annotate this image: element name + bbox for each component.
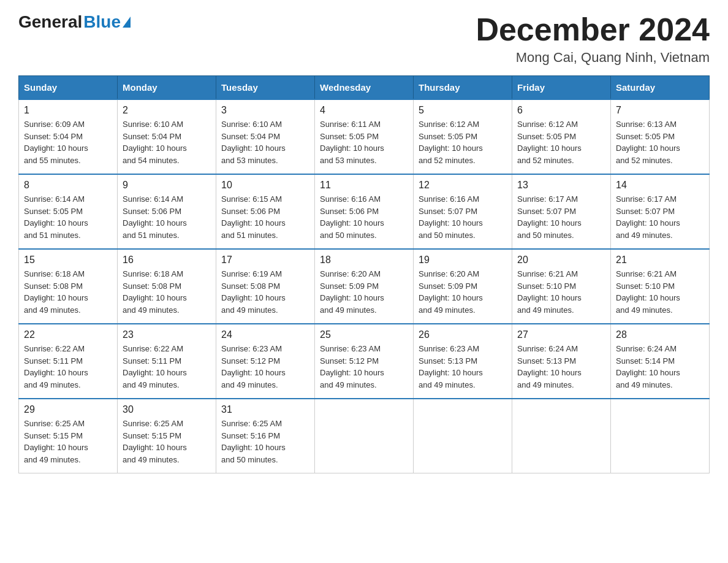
calendar-week-4: 22Sunrise: 6:22 AMSunset: 5:11 PMDayligh… [19, 324, 710, 399]
day-info: Sunrise: 6:18 AMSunset: 5:08 PMDaylight:… [123, 268, 211, 316]
day-info: Sunrise: 6:17 AMSunset: 5:07 PMDaylight:… [517, 193, 605, 241]
day-info: Sunrise: 6:25 AMSunset: 5:16 PMDaylight:… [221, 418, 309, 465]
day-number: 1 [24, 105, 112, 116]
day-info: Sunrise: 6:24 AMSunset: 5:13 PMDaylight:… [517, 343, 605, 391]
calendar-cell: 10Sunrise: 6:15 AMSunset: 5:06 PMDayligh… [216, 174, 315, 249]
calendar-cell: 18Sunrise: 6:20 AMSunset: 5:09 PMDayligh… [315, 249, 414, 324]
calendar-cell: 22Sunrise: 6:22 AMSunset: 5:11 PMDayligh… [19, 324, 118, 399]
day-number: 7 [616, 105, 704, 116]
header: General Blue December 2024 Mong Cai, Qua… [18, 12, 710, 66]
calendar-cell: 8Sunrise: 6:14 AMSunset: 5:05 PMDaylight… [19, 174, 118, 249]
day-info: Sunrise: 6:25 AMSunset: 5:15 PMDaylight:… [24, 418, 112, 465]
day-info: Sunrise: 6:23 AMSunset: 5:12 PMDaylight:… [221, 343, 309, 391]
header-wednesday: Wednesday [315, 76, 414, 100]
day-info: Sunrise: 6:23 AMSunset: 5:12 PMDaylight:… [320, 343, 408, 391]
day-number: 24 [221, 329, 309, 340]
calendar-cell: 1Sunrise: 6:09 AMSunset: 5:04 PMDaylight… [19, 99, 118, 174]
day-number: 6 [517, 105, 605, 116]
day-info: Sunrise: 6:10 AMSunset: 5:04 PMDaylight:… [221, 118, 309, 166]
day-number: 5 [419, 105, 507, 116]
header-tuesday: Tuesday [216, 76, 315, 100]
day-number: 22 [24, 329, 112, 340]
day-info: Sunrise: 6:22 AMSunset: 5:11 PMDaylight:… [24, 343, 112, 391]
calendar-cell: 15Sunrise: 6:18 AMSunset: 5:08 PMDayligh… [19, 249, 118, 324]
day-number: 19 [419, 255, 507, 266]
day-number: 11 [320, 180, 408, 191]
day-number: 8 [24, 180, 112, 191]
calendar-cell: 28Sunrise: 6:24 AMSunset: 5:14 PMDayligh… [611, 324, 710, 399]
day-info: Sunrise: 6:12 AMSunset: 5:05 PMDaylight:… [419, 118, 507, 166]
calendar-cell: 6Sunrise: 6:12 AMSunset: 5:05 PMDaylight… [512, 99, 611, 174]
day-number: 21 [616, 255, 704, 266]
calendar-header-row: SundayMondayTuesdayWednesdayThursdayFrid… [19, 76, 710, 100]
header-friday: Friday [512, 76, 611, 100]
calendar-cell: 14Sunrise: 6:17 AMSunset: 5:07 PMDayligh… [611, 174, 710, 249]
calendar-cell: 4Sunrise: 6:11 AMSunset: 5:05 PMDaylight… [315, 99, 414, 174]
day-number: 13 [517, 180, 605, 191]
calendar-cell: 11Sunrise: 6:16 AMSunset: 5:06 PMDayligh… [315, 174, 414, 249]
day-number: 15 [24, 255, 112, 266]
calendar-cell: 23Sunrise: 6:22 AMSunset: 5:11 PMDayligh… [118, 324, 216, 399]
calendar-cell: 3Sunrise: 6:10 AMSunset: 5:04 PMDaylight… [216, 99, 315, 174]
calendar-cell: 21Sunrise: 6:21 AMSunset: 5:10 PMDayligh… [611, 249, 710, 324]
calendar-cell [414, 399, 512, 473]
day-number: 9 [123, 180, 211, 191]
day-number: 25 [320, 329, 408, 340]
logo-arrow-icon [123, 17, 131, 28]
day-number: 14 [616, 180, 704, 191]
day-info: Sunrise: 6:11 AMSunset: 5:05 PMDaylight:… [320, 118, 408, 166]
calendar-cell: 27Sunrise: 6:24 AMSunset: 5:13 PMDayligh… [512, 324, 611, 399]
day-info: Sunrise: 6:19 AMSunset: 5:08 PMDaylight:… [221, 268, 309, 316]
day-number: 2 [123, 105, 211, 116]
day-info: Sunrise: 6:14 AMSunset: 5:06 PMDaylight:… [123, 193, 211, 241]
day-number: 17 [221, 255, 309, 266]
day-number: 29 [24, 404, 112, 415]
calendar-cell: 24Sunrise: 6:23 AMSunset: 5:12 PMDayligh… [216, 324, 315, 399]
calendar-cell: 2Sunrise: 6:10 AMSunset: 5:04 PMDaylight… [118, 99, 216, 174]
calendar-cell [611, 399, 710, 473]
header-saturday: Saturday [611, 76, 710, 100]
calendar-cell: 30Sunrise: 6:25 AMSunset: 5:15 PMDayligh… [118, 399, 216, 473]
calendar-cell: 16Sunrise: 6:18 AMSunset: 5:08 PMDayligh… [118, 249, 216, 324]
calendar-cell [512, 399, 611, 473]
calendar-cell [315, 399, 414, 473]
calendar-cell: 19Sunrise: 6:20 AMSunset: 5:09 PMDayligh… [414, 249, 512, 324]
day-info: Sunrise: 6:09 AMSunset: 5:04 PMDaylight:… [24, 118, 112, 166]
header-thursday: Thursday [414, 76, 512, 100]
day-info: Sunrise: 6:21 AMSunset: 5:10 PMDaylight:… [517, 268, 605, 316]
calendar-cell: 17Sunrise: 6:19 AMSunset: 5:08 PMDayligh… [216, 249, 315, 324]
day-number: 16 [123, 255, 211, 266]
day-number: 4 [320, 105, 408, 116]
day-info: Sunrise: 6:21 AMSunset: 5:10 PMDaylight:… [616, 268, 704, 316]
day-info: Sunrise: 6:17 AMSunset: 5:07 PMDaylight:… [616, 193, 704, 241]
day-number: 31 [221, 404, 309, 415]
calendar-week-5: 29Sunrise: 6:25 AMSunset: 5:15 PMDayligh… [19, 399, 710, 473]
calendar-cell: 12Sunrise: 6:16 AMSunset: 5:07 PMDayligh… [414, 174, 512, 249]
calendar-cell: 5Sunrise: 6:12 AMSunset: 5:05 PMDaylight… [414, 99, 512, 174]
header-monday: Monday [118, 76, 216, 100]
calendar-cell: 13Sunrise: 6:17 AMSunset: 5:07 PMDayligh… [512, 174, 611, 249]
day-info: Sunrise: 6:15 AMSunset: 5:06 PMDaylight:… [221, 193, 309, 241]
day-number: 23 [123, 329, 211, 340]
logo-blue-text: Blue [83, 12, 121, 32]
day-info: Sunrise: 6:16 AMSunset: 5:07 PMDaylight:… [419, 193, 507, 241]
header-sunday: Sunday [19, 76, 118, 100]
day-number: 28 [616, 329, 704, 340]
subtitle: Mong Cai, Quang Ninh, Vietnam [476, 50, 710, 66]
day-info: Sunrise: 6:20 AMSunset: 5:09 PMDaylight:… [320, 268, 408, 316]
calendar-week-2: 8Sunrise: 6:14 AMSunset: 5:05 PMDaylight… [19, 174, 710, 249]
day-number: 30 [123, 404, 211, 415]
day-info: Sunrise: 6:25 AMSunset: 5:15 PMDaylight:… [123, 418, 211, 465]
day-number: 10 [221, 180, 309, 191]
day-info: Sunrise: 6:14 AMSunset: 5:05 PMDaylight:… [24, 193, 112, 241]
calendar-cell: 20Sunrise: 6:21 AMSunset: 5:10 PMDayligh… [512, 249, 611, 324]
calendar-cell: 29Sunrise: 6:25 AMSunset: 5:15 PMDayligh… [19, 399, 118, 473]
calendar-cell: 9Sunrise: 6:14 AMSunset: 5:06 PMDaylight… [118, 174, 216, 249]
day-info: Sunrise: 6:18 AMSunset: 5:08 PMDaylight:… [24, 268, 112, 316]
calendar-cell: 7Sunrise: 6:13 AMSunset: 5:05 PMDaylight… [611, 99, 710, 174]
day-number: 26 [419, 329, 507, 340]
day-number: 12 [419, 180, 507, 191]
calendar-table: SundayMondayTuesdayWednesdayThursdayFrid… [18, 75, 710, 473]
day-info: Sunrise: 6:12 AMSunset: 5:05 PMDaylight:… [517, 118, 605, 166]
logo: General Blue [18, 12, 131, 32]
